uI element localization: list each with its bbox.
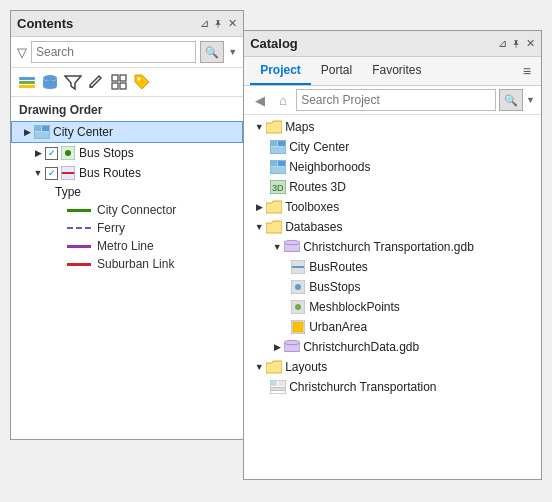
urbanarea-fc-icon [290,319,306,335]
meshblock-fc-icon [290,299,306,315]
tree-item-bus-routes[interactable]: ▼ ✓ Bus Routes [11,163,243,183]
city-center-catalog-icon [270,139,286,155]
pin-horizontal-icon[interactable]: 🖈 [213,18,224,30]
christchurch-trans-gdb-label: Christchurch Transportation.gdb [303,240,474,254]
expand-bus-stops[interactable]: ▶ [31,146,45,160]
layers-toolbar-icon[interactable] [17,72,37,92]
maps-folder-icon [266,119,282,135]
svg-rect-45 [271,390,285,392]
close-icon[interactable]: ✕ [228,17,237,30]
bus-stops-checkbox[interactable]: ✓ [45,147,58,160]
catalog-pin-icon[interactable]: ⊿ [498,37,507,50]
tree-item-layouts[interactable]: ▼ Layouts [244,357,541,377]
expand-layouts[interactable]: ▼ [252,360,266,374]
svg-marker-4 [65,76,81,89]
tree-item-city-center-catalog[interactable]: City Center [244,137,541,157]
toolboxes-label: Toolboxes [285,200,339,214]
svg-rect-1 [19,81,35,84]
catalog-search-input[interactable] [296,89,496,111]
tree-item-neighborhoods[interactable]: Neighborhoods [244,157,541,177]
pin-icon[interactable]: ⊿ [200,17,209,30]
expand-christchurch-data[interactable]: ▶ [270,340,284,354]
catalog-pin-horizontal-icon[interactable]: 🖈 [511,38,522,50]
meshblock-fc-label: MeshblockPoints [309,300,400,314]
contents-search-input[interactable] [31,41,196,63]
bus-routes-layer-icon [60,165,76,181]
catalog-close-icon[interactable]: ✕ [526,37,535,50]
contents-search-button[interactable]: 🔍 [200,41,224,63]
tree-item-databases[interactable]: ▼ Databases [244,217,541,237]
svg-rect-14 [35,132,49,138]
nav-back-button[interactable]: ◀ [250,90,270,110]
maps-label: Maps [285,120,314,134]
tab-project[interactable]: Project [250,57,311,85]
svg-rect-42 [271,381,277,386]
legend-city-connector: City Connector [11,201,243,219]
metro-line-line [67,245,91,248]
svg-point-10 [138,78,141,81]
catalog-search-button[interactable]: 🔍 [499,89,523,111]
expand-databases[interactable]: ▼ [252,220,266,234]
contents-controls: ⊿ 🖈 ✕ [200,17,237,30]
tab-portal[interactable]: Portal [311,57,362,85]
suburban-link-label: Suburban Link [97,257,174,271]
svg-rect-22 [271,147,285,153]
catalog-menu-icon[interactable]: ≡ [519,59,535,83]
tree-item-christchurch-layout[interactable]: Christchurch Transportation [244,377,541,397]
tree-item-christchurch-trans-gdb[interactable]: ▼ Christchurch Transportation.gdb [244,237,541,257]
expand-bus-routes[interactable]: ▼ [31,166,45,180]
contents-title: Contents [17,16,73,31]
databases-label: Databases [285,220,342,234]
svg-rect-0 [19,77,35,80]
svg-rect-25 [278,161,285,166]
contents-search-dropdown[interactable]: ▼ [228,47,237,57]
svg-rect-20 [271,141,277,146]
edit-toolbar-icon[interactable] [86,72,106,92]
svg-point-3 [43,75,57,81]
nav-home-button[interactable]: ⌂ [273,90,293,110]
svg-rect-44 [271,387,285,389]
city-connector-line [67,209,91,212]
routes3d-icon: 3D [270,179,286,195]
svg-rect-26 [271,167,285,173]
database-toolbar-icon[interactable] [40,72,60,92]
expand-maps[interactable]: ▼ [252,120,266,134]
svg-point-36 [295,304,301,310]
tree-item-maps[interactable]: ▼ Maps [244,117,541,137]
filter-icon: ▽ [17,45,27,60]
filter-toolbar-icon[interactable] [63,72,83,92]
tree-item-christchurch-data-gdb[interactable]: ▶ ChristchurchData.gdb [244,337,541,357]
catalog-search-dropdown[interactable]: ▼ [526,95,535,105]
christchurch-trans-gdb-icon [284,239,300,255]
tree-item-bus-stops[interactable]: ▶ ✓ Bus Stops [11,143,243,163]
tree-item-toolboxes[interactable]: ▶ Toolboxes [244,197,541,217]
tree-item-busstops-fc[interactable]: BusStops [244,277,541,297]
ferry-label: Ferry [97,221,125,235]
tree-item-city-center[interactable]: ▶ City Center [11,121,243,143]
tag-toolbar-icon[interactable] [132,72,152,92]
expand-christchurch-trans[interactable]: ▼ [270,240,284,254]
svg-point-34 [295,284,301,290]
busroutes-fc-label: BusRoutes [309,260,368,274]
expand-city-center[interactable]: ▶ [20,125,34,139]
svg-point-30 [284,240,300,244]
busroutes-fc-icon [290,259,306,275]
neighborhoods-label: Neighborhoods [289,160,370,174]
bus-stops-layer-icon [60,145,76,161]
svg-text:3D: 3D [272,183,284,193]
catalog-header: Catalog ⊿ 🖈 ✕ [244,31,541,57]
bus-routes-checkbox[interactable]: ✓ [45,167,58,180]
svg-rect-38 [293,322,303,332]
bus-stops-label: Bus Stops [79,146,134,160]
drawing-order-label: Drawing Order [11,97,243,119]
tree-item-busroutes-fc[interactable]: BusRoutes [244,257,541,277]
tree-item-routes-3d[interactable]: 3D Routes 3D [244,177,541,197]
tree-item-urbanarea-fc[interactable]: UrbanArea [244,317,541,337]
tab-favorites[interactable]: Favorites [362,57,431,85]
grid-toolbar-icon[interactable] [109,72,129,92]
contents-panel: Contents ⊿ 🖈 ✕ ▽ 🔍 ▼ Drawing Or [10,10,244,440]
christchurch-data-gdb-icon [284,339,300,355]
expand-toolboxes[interactable]: ▶ [252,200,266,214]
tree-item-meshblock-fc[interactable]: MeshblockPoints [244,297,541,317]
svg-rect-9 [120,83,126,89]
